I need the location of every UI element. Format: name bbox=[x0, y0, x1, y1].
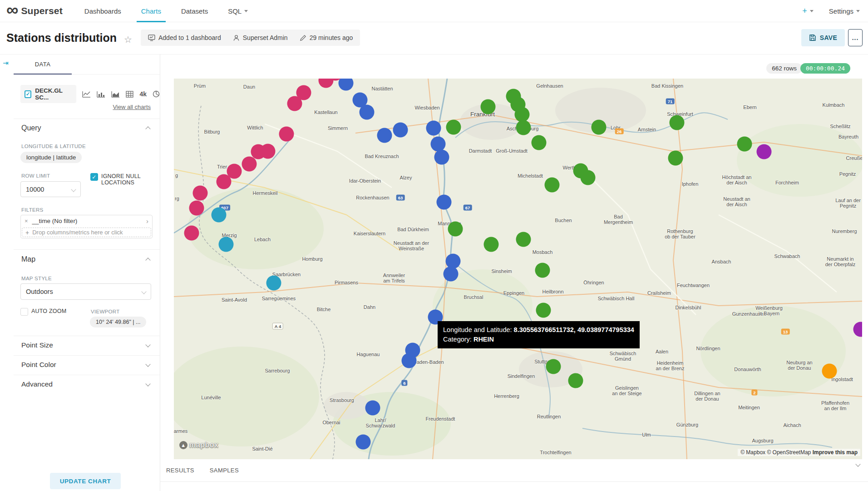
map-point[interactable] bbox=[484, 237, 499, 252]
chart-header: Stations distribution ☆ Added to 1 dashb… bbox=[0, 22, 868, 54]
map-point[interactable] bbox=[434, 150, 449, 165]
point-size-section-header[interactable]: Point Size bbox=[21, 341, 53, 349]
map-point[interactable] bbox=[546, 359, 561, 374]
favorite-star-icon[interactable]: ☆ bbox=[124, 34, 132, 45]
pie-chart-icon[interactable] bbox=[153, 90, 160, 98]
point-color-section-header[interactable]: Point Color bbox=[21, 361, 56, 369]
map-point[interactable] bbox=[668, 151, 683, 166]
advanced-section-header[interactable]: Advanced bbox=[21, 380, 53, 388]
superset-logo[interactable]: ∞ Superset bbox=[6, 3, 63, 19]
auto-zoom-checkbox[interactable]: AUTO ZOOM bbox=[20, 308, 66, 316]
mapbox-attribution-link[interactable]: © Mapbox bbox=[740, 449, 765, 456]
auto-zoom-label: AUTO ZOOM bbox=[31, 308, 66, 314]
map-point[interactable] bbox=[516, 120, 531, 135]
viz-type-chip[interactable]: ✓ DECK.GL SC... bbox=[20, 85, 76, 103]
line-chart-icon[interactable] bbox=[82, 91, 91, 98]
more-options-button[interactable]: ... bbox=[848, 29, 863, 46]
map-point[interactable] bbox=[219, 237, 234, 252]
bar-chart-icon[interactable] bbox=[97, 91, 105, 98]
chevron-down-icon[interactable] bbox=[145, 362, 150, 367]
query-section-header[interactable]: Query bbox=[21, 124, 41, 132]
chevron-up-icon[interactable] bbox=[145, 258, 150, 263]
save-button[interactable]: SAVE bbox=[801, 29, 845, 46]
map-point[interactable] bbox=[515, 107, 530, 122]
map-point[interactable] bbox=[536, 303, 551, 318]
map-point[interactable] bbox=[402, 353, 417, 368]
map-point[interactable] bbox=[360, 105, 375, 120]
map-point[interactable] bbox=[189, 201, 204, 216]
map-point[interactable] bbox=[535, 263, 550, 278]
lon-lat-chip[interactable]: longitude | latitude bbox=[20, 152, 82, 163]
map-point[interactable] bbox=[365, 401, 380, 416]
map-point[interactable] bbox=[670, 115, 685, 130]
viewport-chip[interactable]: 10° 24' 49.86" | ... bbox=[90, 317, 146, 327]
map-point[interactable] bbox=[581, 170, 596, 185]
map-point[interactable] bbox=[448, 222, 463, 237]
map-point[interactable] bbox=[481, 99, 496, 114]
map-point[interactable] bbox=[431, 137, 446, 152]
map-point[interactable] bbox=[592, 120, 607, 135]
map-point[interactable] bbox=[516, 232, 531, 247]
map-point[interactable] bbox=[279, 127, 294, 142]
map-point[interactable] bbox=[437, 195, 452, 210]
map-point[interactable] bbox=[217, 174, 232, 189]
map-point[interactable] bbox=[266, 276, 281, 291]
divider bbox=[14, 336, 160, 336]
tab-data[interactable]: DATA bbox=[14, 55, 72, 74]
nav-item-charts[interactable]: Charts bbox=[141, 0, 161, 22]
filter-drop-zone[interactable]: + Drop columns/metrics here or click bbox=[22, 228, 151, 237]
new-item-button[interactable]: + bbox=[802, 0, 814, 22]
map-canvas[interactable]: Longitude and Latitude: 8.30556376651173… bbox=[174, 79, 862, 459]
filter-item-time[interactable]: × __time (No filter) › bbox=[21, 215, 152, 227]
area-chart-icon[interactable] bbox=[111, 91, 120, 98]
collapse-results-chevron-icon[interactable] bbox=[855, 461, 860, 466]
nav-item-dashboards[interactable]: Dashboards bbox=[84, 0, 121, 22]
map-point[interactable] bbox=[251, 144, 266, 159]
pencil-icon bbox=[300, 35, 306, 41]
chevron-down-icon[interactable] bbox=[145, 342, 150, 347]
dashboards-meta[interactable]: Added to 1 dashboard bbox=[148, 34, 221, 41]
update-chart-button[interactable]: UPDATE CHART bbox=[50, 473, 121, 489]
map-point[interactable] bbox=[545, 178, 560, 193]
map-point[interactable] bbox=[568, 373, 583, 388]
nav-item-datasets[interactable]: Datasets bbox=[181, 0, 208, 22]
map-point[interactable] bbox=[356, 435, 371, 450]
chevron-up-icon[interactable] bbox=[145, 126, 150, 131]
map-point[interactable] bbox=[212, 208, 227, 223]
panel-tabs: DATA bbox=[14, 55, 160, 74]
save-disk-icon bbox=[809, 34, 816, 41]
chevron-down-icon[interactable] bbox=[145, 381, 150, 386]
owner-meta[interactable]: Superset Admin bbox=[233, 34, 288, 41]
map-point[interactable] bbox=[532, 135, 547, 150]
map-point[interactable] bbox=[444, 267, 459, 282]
remove-filter-icon[interactable]: × bbox=[25, 218, 28, 224]
improve-map-link[interactable]: Improve this map bbox=[813, 449, 858, 456]
osm-attribution-link[interactable]: © OpenStreetMap bbox=[767, 449, 811, 456]
view-all-charts-link[interactable]: View all charts bbox=[113, 104, 151, 110]
chevron-down-icon bbox=[244, 10, 248, 12]
ignore-null-checkbox[interactable]: ✓ IGNORE NULL LOCATIONS bbox=[90, 173, 154, 186]
map-point[interactable] bbox=[426, 121, 441, 136]
map-point[interactable] bbox=[184, 226, 199, 241]
tab-results[interactable]: RESULTS bbox=[166, 467, 194, 474]
map-section-header[interactable]: Map bbox=[21, 255, 35, 263]
map-style-select[interactable]: Outdoors bbox=[20, 283, 151, 300]
map-point[interactable] bbox=[393, 123, 408, 138]
settings-menu[interactable]: Settings bbox=[829, 0, 860, 22]
collapse-panel-icon[interactable]: ⇥ bbox=[3, 59, 9, 67]
map-point[interactable] bbox=[446, 120, 461, 135]
big-number-chart-icon[interactable]: 4k bbox=[139, 90, 147, 98]
table-chart-icon[interactable] bbox=[126, 91, 133, 98]
mapbox-logo[interactable]: ▲ mapbox bbox=[179, 441, 218, 449]
map-point[interactable] bbox=[193, 186, 208, 201]
tab-samples[interactable]: SAMPLES bbox=[210, 467, 239, 474]
last-modified-meta[interactable]: 29 minutes ago bbox=[300, 34, 353, 41]
map-point[interactable] bbox=[242, 157, 257, 172]
row-limit-select[interactable]: 10000 bbox=[20, 181, 81, 197]
map-point[interactable] bbox=[822, 364, 837, 379]
nav-item-sql[interactable]: SQL bbox=[228, 0, 248, 22]
map-point[interactable] bbox=[296, 85, 311, 100]
map-point[interactable] bbox=[377, 128, 392, 143]
map-point[interactable] bbox=[757, 144, 772, 159]
map-point[interactable] bbox=[737, 137, 752, 152]
